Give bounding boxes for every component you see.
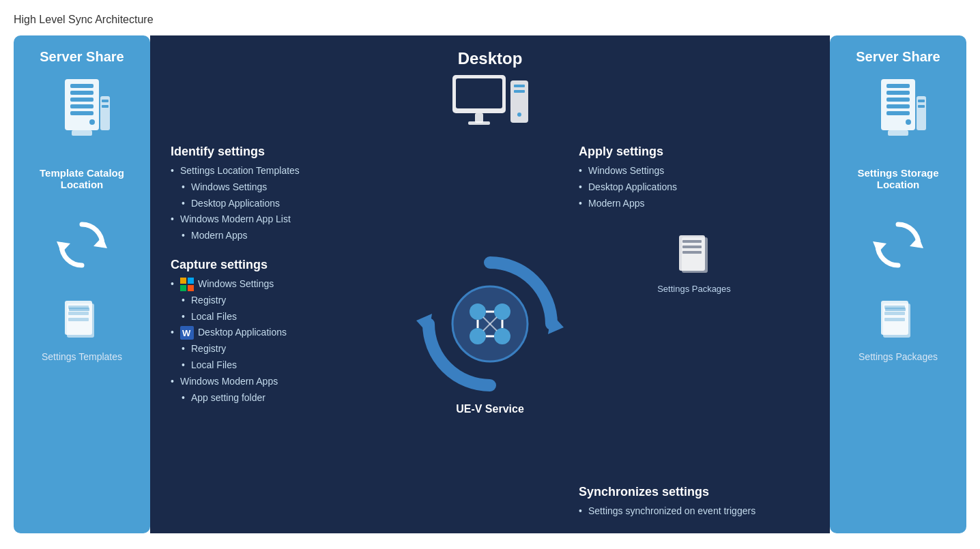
svg-rect-61 [918,105,925,108]
svg-rect-4 [70,104,93,108]
svg-rect-24 [514,85,525,87]
svg-rect-7 [72,130,92,136]
right-server-icon [867,76,929,153]
file-svg-right [878,295,919,343]
svg-point-57 [906,119,911,125]
server-svg-right [867,76,929,151]
desktop-right-inner: Apply settings Windows Settings Desktop … [579,145,809,520]
capture-item-4: W Desktop Applications [171,325,401,341]
left-server-share: Server Share [14,35,150,533]
svg-rect-52 [887,84,910,88]
computer-svg [449,74,531,135]
capture-item-7: Windows Modern Apps [171,374,401,390]
svg-rect-20 [456,78,502,108]
svg-rect-28 [188,278,194,284]
right-sync-icon [867,218,929,275]
sync-item-1: Settings synchronized on event triggers [579,503,809,520]
page-title: High Level Sync Architecture [14,14,966,26]
pkg-icon-desktop [674,232,715,280]
windows-logo-icon [180,278,194,291]
svg-rect-54 [887,98,910,102]
page-container: High Level Sync Architecture Server Shar… [14,14,966,533]
identify-list: Settings Location Templates Windows Sett… [171,163,401,244]
svg-rect-55 [887,104,910,108]
uev-circle [415,249,565,399]
svg-rect-9 [102,100,109,102]
desktop-right-col: Apply settings Windows Settings Desktop … [579,145,809,520]
capture-item-2: Registry [171,293,401,309]
identify-title: Identify settings [171,145,401,159]
svg-rect-60 [918,100,925,102]
svg-rect-53 [887,91,910,95]
svg-rect-18 [69,308,89,311]
sync-svg-right [867,218,929,272]
svg-rect-10 [102,105,109,108]
svg-rect-21 [475,113,483,123]
word-icon: W [180,326,194,340]
left-server-heading: Server Share [40,49,124,65]
right-file-label: Settings Packages [859,351,938,362]
right-file-icon [878,295,919,346]
sync-list: Settings synchronized on event triggers [579,503,809,520]
apply-section: Apply settings Windows Settings Desktop … [579,145,809,211]
capture-section: Capture settings Windows Settings [171,258,401,406]
identify-item-3: Desktop Applications [171,196,401,212]
desktop-left-col: Identify settings Settings Location Temp… [171,145,401,520]
svg-rect-50 [682,237,708,273]
apply-item-2: Desktop Applications [579,179,809,196]
identify-item-1: Settings Location Templates [171,163,401,179]
desktop-center-col: UE-V Service [408,145,572,520]
left-server-icon [51,76,113,153]
identify-item-5: Modern Apps [171,228,401,244]
right-server-label: Settings Storage Location [837,167,960,190]
server-svg-left [51,76,113,151]
apply-title: Apply settings [579,145,809,159]
capture-item-5: Registry [171,341,401,357]
capture-item-6: Local Files [171,357,401,374]
left-sync-icon [51,218,113,275]
svg-point-26 [517,113,521,117]
svg-rect-25 [514,90,525,93]
desktop-pkg-label: Settings Packages [657,284,731,294]
capture-list: Windows Settings Registry Local Files W … [171,276,401,406]
uev-service-label: UE-V Service [456,403,524,415]
svg-rect-2 [70,91,93,95]
uev-circle-svg [415,249,565,399]
svg-rect-29 [180,285,186,291]
desktop-computer-icon: Desktop [171,49,809,138]
file-svg-left [61,295,102,343]
svg-rect-58 [888,130,908,136]
svg-point-6 [89,119,95,125]
svg-rect-22 [468,121,490,125]
apply-item-1: Windows Settings [579,163,809,179]
capture-item-3: Local Files [171,309,401,325]
diagram-wrapper: Server Share [14,35,966,533]
identify-item-4: Windows Modern App List [171,211,401,228]
svg-rect-69 [885,308,906,311]
desktop-content: Identify settings Settings Location Temp… [171,145,809,520]
svg-rect-56 [887,111,910,115]
svg-rect-27 [180,278,186,284]
svg-rect-1 [70,84,93,88]
desktop-panel: Desktop [150,35,830,533]
sync-title: Synchronizes settings [579,485,809,499]
left-server-label: Template Catalog Location [20,167,143,190]
svg-rect-30 [188,285,194,291]
capture-item-1: Windows Settings [171,276,401,293]
desktop-settings-packages: Settings Packages [579,232,809,294]
capture-title: Capture settings [171,258,401,272]
capture-item-8: App setting folder [171,390,401,406]
left-file-icon [61,295,102,346]
svg-rect-3 [70,98,93,102]
sync-section: Synchronizes settings Settings synchroni… [579,485,809,520]
sync-svg-left [51,218,113,272]
left-file-label: Settings Templates [42,351,122,362]
right-server-share: Server Share Settings Storage Loca [830,35,966,533]
apply-item-3: Modern Apps [579,196,809,212]
right-server-heading: Server Share [856,49,940,65]
svg-rect-5 [70,111,93,115]
identify-item-2: Windows Settings [171,179,401,196]
desktop-heading: Desktop [171,49,809,68]
identify-section: Identify settings Settings Location Temp… [171,145,401,244]
apply-list: Windows Settings Desktop Applications Mo… [579,163,809,211]
